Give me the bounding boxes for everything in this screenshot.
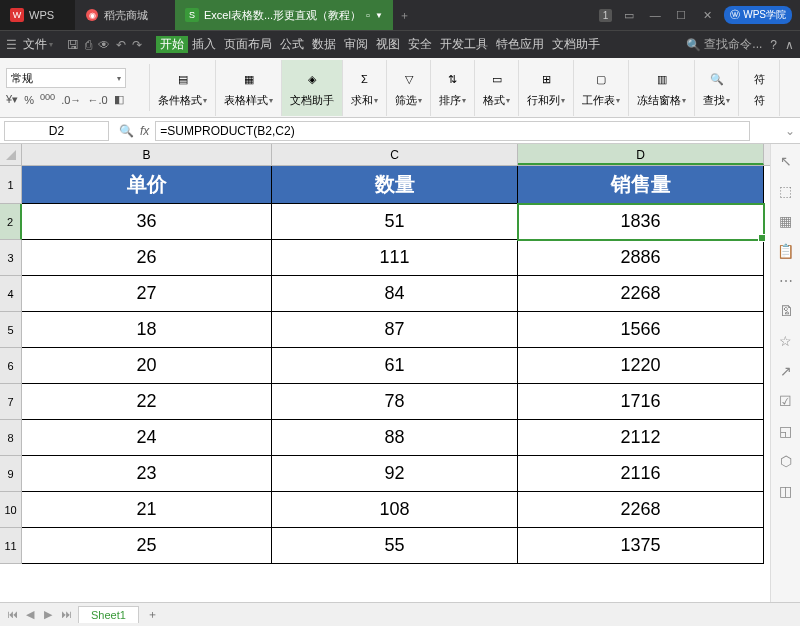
row-header[interactable]: 11: [0, 528, 22, 564]
ribbon-tblstyle[interactable]: ▦表格样式▾: [216, 60, 282, 116]
sheet-nav-last-icon[interactable]: ⏭: [58, 608, 74, 621]
ribbon-sum[interactable]: Σ求和▾: [343, 60, 387, 116]
add-sheet-button[interactable]: ＋: [139, 607, 166, 622]
ribbon-sort[interactable]: ⇅排序▾: [431, 60, 475, 116]
cell[interactable]: 1375: [518, 528, 764, 564]
tab-store[interactable]: ◉ 稻壳商城: [75, 0, 175, 30]
ribbon-ws[interactable]: ▢工作表▾: [574, 60, 629, 116]
grid-icon[interactable]: ▦: [777, 212, 795, 230]
cell[interactable]: 78: [272, 384, 518, 420]
currency-icon[interactable]: ¥▾: [6, 93, 18, 106]
wps-academy-button[interactable]: ⓦ WPS学院: [724, 6, 792, 24]
row-header[interactable]: 7: [0, 384, 22, 420]
print-icon[interactable]: ⎙: [85, 38, 92, 52]
thousands-icon[interactable]: 000: [40, 92, 55, 107]
more-icon[interactable]: ⋯: [777, 272, 795, 290]
cell[interactable]: 1566: [518, 312, 764, 348]
row-header[interactable]: 2: [0, 204, 22, 240]
cell[interactable]: 2886: [518, 240, 764, 276]
sheet-nav-prev-icon[interactable]: ◀: [22, 608, 38, 621]
clipboard-icon[interactable]: 📋: [777, 242, 795, 260]
cell[interactable]: 18: [22, 312, 272, 348]
ribbon-filter[interactable]: ▽筛选▾: [387, 60, 431, 116]
menu-collapse-icon[interactable]: ∧: [785, 38, 794, 52]
header-cell[interactable]: 单价: [22, 166, 272, 204]
cell[interactable]: 55: [272, 528, 518, 564]
header-cell[interactable]: 数量: [272, 166, 518, 204]
settings-panel-icon[interactable]: ◫: [777, 482, 795, 500]
hamburger-icon[interactable]: ☰: [6, 38, 17, 52]
increase-decimal-icon[interactable]: .0→: [61, 94, 81, 106]
select-all-corner[interactable]: [0, 144, 22, 165]
decrease-decimal-icon[interactable]: ←.0: [87, 94, 107, 106]
menu-tab-2[interactable]: 页面布局: [220, 36, 276, 53]
cell[interactable]: 2112: [518, 420, 764, 456]
cell[interactable]: 2268: [518, 492, 764, 528]
ribbon-sym[interactable]: 符符: [739, 60, 780, 116]
row-header[interactable]: 1: [0, 166, 22, 204]
preview-icon[interactable]: 👁: [98, 38, 110, 52]
column-header-b[interactable]: B: [22, 144, 272, 165]
tab-menu-icon[interactable]: ▫: [366, 9, 370, 21]
cell[interactable]: 111: [272, 240, 518, 276]
new-tab-button[interactable]: ＋: [393, 8, 417, 23]
fx-icon[interactable]: fx: [140, 124, 149, 138]
row-header[interactable]: 5: [0, 312, 22, 348]
window-option-icon[interactable]: ▭: [620, 6, 638, 24]
cell[interactable]: 21: [22, 492, 272, 528]
cell[interactable]: 24: [22, 420, 272, 456]
cell[interactable]: 1716: [518, 384, 764, 420]
menu-tab-1[interactable]: 插入: [188, 36, 220, 53]
command-search[interactable]: 🔍 查找命令...: [686, 36, 762, 53]
row-header[interactable]: 4: [0, 276, 22, 312]
expand-formula-icon[interactable]: ⌄: [780, 124, 800, 138]
menu-tab-5[interactable]: 审阅: [340, 36, 372, 53]
row-header[interactable]: 10: [0, 492, 22, 528]
row-header[interactable]: 6: [0, 348, 22, 384]
redo-icon[interactable]: ↷: [132, 38, 142, 52]
cell[interactable]: 27: [22, 276, 272, 312]
menu-tab-9[interactable]: 特色应用: [492, 36, 548, 53]
maximize-icon[interactable]: ☐: [672, 6, 690, 24]
row-header[interactable]: 3: [0, 240, 22, 276]
save-icon[interactable]: 🖫: [67, 38, 79, 52]
file-menu[interactable]: 文件▾: [23, 36, 53, 53]
minimize-icon[interactable]: —: [646, 6, 664, 24]
cell[interactable]: 87: [272, 312, 518, 348]
select-icon[interactable]: ⬚: [777, 182, 795, 200]
cell[interactable]: 88: [272, 420, 518, 456]
cell[interactable]: 22: [22, 384, 272, 420]
cell[interactable]: 20: [22, 348, 272, 384]
cell[interactable]: 61: [272, 348, 518, 384]
share-icon[interactable]: ↗: [777, 362, 795, 380]
picture-icon[interactable]: ◱: [777, 422, 795, 440]
column-header-d[interactable]: D: [518, 144, 764, 165]
cell[interactable]: 1220: [518, 348, 764, 384]
ribbon-cond[interactable]: ▤条件格式▾: [150, 60, 216, 116]
ribbon-rowcol[interactable]: ⊞行和列▾: [519, 60, 574, 116]
tab-dropdown-icon[interactable]: ▼: [375, 11, 383, 20]
undo-icon[interactable]: ↶: [116, 38, 126, 52]
cube-icon[interactable]: ⬡: [777, 452, 795, 470]
cell[interactable]: 108: [272, 492, 518, 528]
cursor-icon[interactable]: ↖: [777, 152, 795, 170]
menu-tab-8[interactable]: 开发工具: [436, 36, 492, 53]
format-painter-icon[interactable]: ◧: [114, 93, 124, 106]
cell[interactable]: 1836: [518, 204, 764, 240]
cell[interactable]: 2268: [518, 276, 764, 312]
cancel-formula-icon[interactable]: 🔍: [119, 124, 134, 138]
formula-input[interactable]: =SUMPRODUCT(B2,C2): [155, 121, 750, 141]
name-box[interactable]: D2: [4, 121, 109, 141]
menu-tab-0[interactable]: 开始: [156, 36, 188, 53]
cell[interactable]: 25: [22, 528, 272, 564]
menu-tab-10[interactable]: 文档助手: [548, 36, 604, 53]
percent-icon[interactable]: %: [24, 94, 34, 106]
column-header-c[interactable]: C: [272, 144, 518, 165]
sheet-tab[interactable]: Sheet1: [78, 606, 139, 623]
cell[interactable]: 51: [272, 204, 518, 240]
sheet-nav-next-icon[interactable]: ▶: [40, 608, 56, 621]
row-header[interactable]: 9: [0, 456, 22, 492]
ribbon-freeze[interactable]: ▥冻结窗格▾: [629, 60, 695, 116]
tab-document[interactable]: S Excel表格数...形更直观（教程） ▫ ▼: [175, 0, 393, 30]
menu-tab-7[interactable]: 安全: [404, 36, 436, 53]
